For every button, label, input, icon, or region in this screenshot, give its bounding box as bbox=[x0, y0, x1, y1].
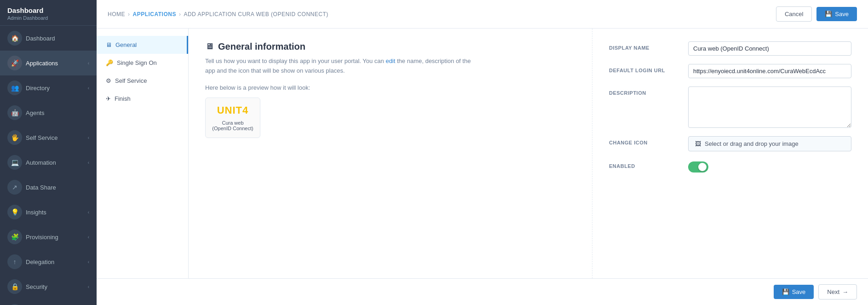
monitor-icon: 🖥 bbox=[205, 42, 213, 52]
login-url-group: DEFAULT LOGIN URL bbox=[609, 64, 851, 78]
chevron-icon-ss: ‹ bbox=[88, 135, 89, 140]
enabled-label: ENABLED bbox=[609, 160, 683, 169]
description-group: DESCRIPTION bbox=[609, 86, 851, 128]
sidebar-title: Dashboard bbox=[7, 6, 89, 14]
dashboard-icon: 🏠 bbox=[7, 31, 22, 46]
ss-step-icon: ⚙ bbox=[106, 77, 111, 84]
breadcrumb-sep1: › bbox=[128, 11, 130, 17]
sidebar-item-security[interactable]: 🔒 Security ‹ bbox=[0, 274, 97, 299]
edit-link[interactable]: edit bbox=[385, 58, 395, 64]
sidebar-label-insights: Insights bbox=[26, 209, 46, 216]
breadcrumb-home[interactable]: HOME bbox=[108, 11, 125, 17]
sidebar-item-dashboard[interactable]: 🏠 Dashboard bbox=[0, 26, 97, 51]
sidebar-item-insights[interactable]: 💡 Insights ‹ bbox=[0, 200, 97, 224]
sso-step-icon: 🔑 bbox=[106, 59, 113, 66]
sidebar-item-delegation[interactable]: ↑ Delegation ‹ bbox=[0, 249, 97, 274]
preview-logo: UNIT4 bbox=[217, 104, 249, 116]
right-panel: DISPLAY NAME DEFAULT LOGIN URL DESCRIPTI… bbox=[592, 29, 868, 278]
sidebar-item-agents[interactable]: 🤖 Agents bbox=[0, 100, 97, 125]
breadcrumb: HOME › APPLICATIONS › ADD APPLICATION CU… bbox=[108, 11, 328, 17]
step-general-label: General bbox=[115, 41, 137, 48]
sidebar-label-automation: Automation bbox=[26, 159, 56, 166]
breadcrumb-current: ADD APPLICATION CURA WEB (OPENID CONNECT… bbox=[184, 11, 328, 17]
description-label: DESCRIPTION bbox=[609, 86, 683, 96]
sidebar-label-agents: Agents bbox=[26, 109, 44, 116]
security-icon: 🔒 bbox=[7, 279, 22, 294]
agents-icon: 🤖 bbox=[7, 105, 22, 120]
next-button[interactable]: Next → bbox=[818, 284, 857, 299]
step-finish-label: Finish bbox=[115, 95, 131, 102]
save-icon-top: 💾 bbox=[825, 11, 832, 17]
chevron-icon-prov: ‹ bbox=[88, 235, 89, 240]
enabled-toggle[interactable] bbox=[688, 161, 708, 173]
sidebar-item-provisioning[interactable]: 🧩 Provisioning ‹ bbox=[0, 224, 97, 249]
sidebar-label-delegation: Delegation bbox=[26, 259, 54, 265]
save-button-bottom[interactable]: 💾 Save bbox=[774, 285, 814, 299]
sidebar-item-settings[interactable]: ⚙ Settings ‹ bbox=[0, 299, 97, 305]
chevron-icon-del: ‹ bbox=[88, 259, 89, 265]
sidebar-label-data-share: Data Share bbox=[26, 184, 56, 191]
save-button-top[interactable]: 💾 Save bbox=[816, 7, 857, 21]
save-icon-bottom: 💾 bbox=[782, 288, 789, 295]
general-step-icon: 🖥 bbox=[106, 41, 112, 48]
sidebar-subtitle: Admin Dashboard bbox=[7, 15, 89, 21]
chevron-icon-auto: ‹ bbox=[88, 160, 89, 165]
sidebar-label-directory: Directory bbox=[26, 85, 50, 92]
data-share-icon: ↗ bbox=[7, 180, 22, 195]
directory-icon: 👥 bbox=[7, 81, 22, 95]
provisioning-icon: 🧩 bbox=[7, 230, 22, 244]
preview-box: UNIT4 Cura web (OpenID Connect) bbox=[205, 98, 260, 138]
topbar-actions: Cancel 💾 Save bbox=[776, 6, 857, 22]
preview-label: Here below is a preview how it will look… bbox=[205, 84, 575, 91]
sidebar-item-applications[interactable]: 🚀 Applications ‹ bbox=[0, 51, 97, 75]
login-url-input[interactable] bbox=[688, 64, 851, 78]
next-label: Next bbox=[827, 288, 839, 295]
sidebar-item-automation[interactable]: 💻 Automation ‹ bbox=[0, 150, 97, 175]
main-content: HOME › APPLICATIONS › ADD APPLICATION CU… bbox=[97, 0, 868, 305]
sidebar: Dashboard Admin Dashboard 🏠 Dashboard 🚀 … bbox=[0, 0, 97, 305]
breadcrumb-sep2: › bbox=[179, 11, 181, 17]
cancel-button[interactable]: Cancel bbox=[776, 6, 812, 22]
sidebar-label-dashboard: Dashboard bbox=[26, 35, 55, 42]
step-finish[interactable]: ✈ Finish bbox=[97, 90, 188, 108]
step-sso[interactable]: 🔑 Single Sign On bbox=[97, 54, 188, 72]
self-service-icon: 🖐 bbox=[7, 130, 22, 145]
sidebar-label-security: Security bbox=[26, 283, 47, 290]
next-icon: → bbox=[842, 288, 848, 295]
image-icon: 🖼 bbox=[695, 140, 701, 147]
section-title: 🖥 General information bbox=[205, 41, 575, 52]
steps-panel: 🖥 General 🔑 Single Sign On ⚙ Self Servic… bbox=[97, 29, 189, 278]
login-url-label: DEFAULT LOGIN URL bbox=[609, 64, 683, 73]
toggle-container bbox=[688, 160, 708, 173]
step-ss-label: Self Service bbox=[115, 77, 147, 84]
applications-icon: 🚀 bbox=[7, 56, 22, 70]
change-icon-label: CHANGE ICON bbox=[609, 136, 683, 145]
display-name-group: DISPLAY NAME bbox=[609, 41, 851, 56]
delegation-icon: ↑ bbox=[7, 254, 22, 269]
sidebar-label-provisioning: Provisioning bbox=[26, 234, 58, 241]
automation-icon: 💻 bbox=[7, 155, 22, 170]
chevron-icon: ‹ bbox=[88, 61, 89, 66]
toggle-thumb bbox=[698, 163, 707, 171]
enabled-group: ENABLED bbox=[609, 160, 851, 173]
topbar: HOME › APPLICATIONS › ADD APPLICATION CU… bbox=[97, 0, 868, 29]
chevron-icon-sec: ‹ bbox=[88, 284, 89, 289]
sidebar-item-data-share[interactable]: ↗ Data Share bbox=[0, 175, 97, 200]
icon-upload-button[interactable]: 🖼 Select or drag and drop your image bbox=[688, 136, 851, 151]
change-icon-group: CHANGE ICON 🖼 Select or drag and drop yo… bbox=[609, 136, 851, 151]
sidebar-item-self-service[interactable]: 🖐 Self Service ‹ bbox=[0, 125, 97, 150]
chevron-icon-ins: ‹ bbox=[88, 210, 89, 215]
sidebar-item-directory[interactable]: 👥 Directory ‹ bbox=[0, 75, 97, 100]
sidebar-header: Dashboard Admin Dashboard bbox=[0, 0, 97, 26]
step-self-service[interactable]: ⚙ Self Service bbox=[97, 72, 188, 90]
description-textarea[interactable] bbox=[688, 86, 851, 128]
step-sso-label: Single Sign On bbox=[117, 59, 157, 66]
step-general[interactable]: 🖥 General bbox=[97, 36, 188, 54]
display-name-input[interactable] bbox=[688, 41, 851, 56]
sidebar-label-applications: Applications bbox=[26, 60, 58, 67]
icon-upload-label: Select or drag and drop your image bbox=[705, 140, 799, 147]
bottom-actions: 💾 Save Next → bbox=[97, 278, 868, 305]
form-area: 🖥 General information Tell us how you wa… bbox=[189, 29, 592, 278]
breadcrumb-applications[interactable]: APPLICATIONS bbox=[133, 11, 176, 17]
sidebar-label-self-service: Self Service bbox=[26, 134, 57, 141]
